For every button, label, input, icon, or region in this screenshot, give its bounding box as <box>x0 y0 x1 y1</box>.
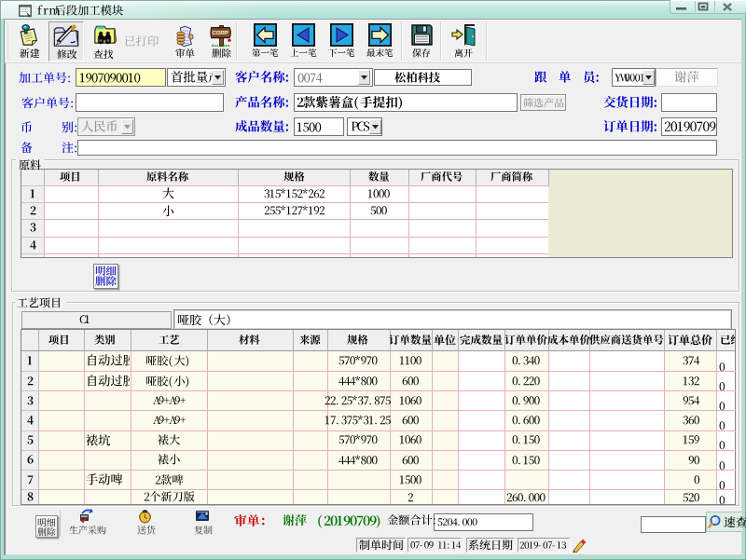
svg-text:CORP: CORP <box>212 30 228 35</box>
